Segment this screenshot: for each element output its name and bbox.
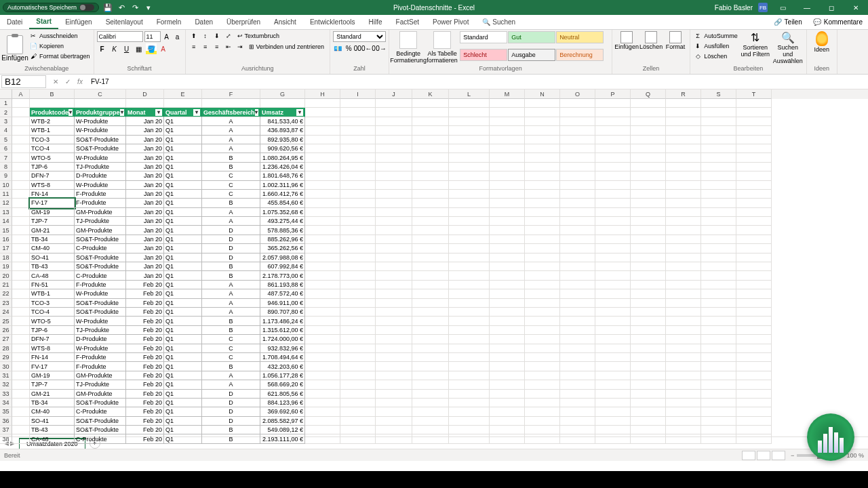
cell[interactable] xyxy=(490,153,525,162)
cell[interactable] xyxy=(376,399,412,407)
cell[interactable] xyxy=(525,226,560,235)
cell[interactable] xyxy=(736,362,772,371)
align-top-button[interactable]: ⬆ xyxy=(189,31,199,41)
cell[interactable] xyxy=(595,208,631,217)
cell[interactable] xyxy=(525,380,560,389)
cell[interactable]: 1.173.486,24 € xyxy=(260,317,305,325)
cell[interactable]: SO&T-Produkte xyxy=(75,426,126,434)
cell[interactable] xyxy=(340,181,376,190)
cell[interactable] xyxy=(631,244,666,253)
cell[interactable] xyxy=(12,262,30,271)
cell[interactable] xyxy=(305,299,340,308)
cell[interactable] xyxy=(595,262,631,271)
cell[interactable] xyxy=(525,108,560,117)
cell[interactable] xyxy=(525,344,560,353)
cell[interactable]: B xyxy=(202,362,260,371)
cell[interactable] xyxy=(490,362,525,371)
cell[interactable] xyxy=(376,390,412,399)
cell[interactable] xyxy=(340,235,376,244)
cell[interactable] xyxy=(666,126,701,135)
cell[interactable] xyxy=(490,262,525,271)
cell[interactable]: TCO-4 xyxy=(30,308,75,317)
font-color-button[interactable]: A xyxy=(158,43,169,54)
cell[interactable] xyxy=(376,407,412,416)
cell[interactable] xyxy=(631,407,666,416)
col-header-P[interactable]: P xyxy=(595,89,631,99)
save-icon[interactable]: 💾 xyxy=(103,3,113,12)
cell[interactable] xyxy=(631,434,666,443)
cell[interactable]: 369.692,60 € xyxy=(260,407,305,416)
row-header[interactable]: 2 xyxy=(0,108,12,117)
cell[interactable] xyxy=(340,244,376,253)
cell[interactable] xyxy=(736,407,772,416)
align-middle-button[interactable]: ↕ xyxy=(200,31,211,41)
cell[interactable] xyxy=(376,281,412,289)
cell[interactable]: Feb 20 xyxy=(126,335,164,344)
style-gut[interactable]: Gut xyxy=(508,31,555,43)
cell[interactable] xyxy=(490,390,525,399)
cell[interactable] xyxy=(12,281,30,289)
col-header-L[interactable]: L xyxy=(449,89,490,99)
tab-einfuegen[interactable]: Einfügen xyxy=(58,15,98,29)
view-pagebreak-button[interactable] xyxy=(772,451,785,460)
cell[interactable] xyxy=(701,281,736,289)
cell[interactable] xyxy=(736,344,772,353)
cell[interactable]: GM-19 xyxy=(30,208,75,217)
cell[interactable]: Feb 20 xyxy=(126,380,164,389)
cell[interactable]: W-Produkte xyxy=(75,344,126,353)
cell[interactable]: Q1 xyxy=(164,326,202,335)
spreadsheet-grid[interactable]: 1234567891011121314151617181920212223242… xyxy=(0,89,868,436)
cell[interactable] xyxy=(560,281,595,289)
cell[interactable] xyxy=(736,399,772,407)
cell[interactable] xyxy=(340,308,376,317)
cell[interactable] xyxy=(525,326,560,335)
cell[interactable]: TB-43 xyxy=(30,426,75,434)
cell[interactable]: CA-48 xyxy=(30,271,75,280)
cell[interactable]: A xyxy=(202,289,260,298)
cell[interactable] xyxy=(595,235,631,244)
cell[interactable] xyxy=(412,271,449,280)
cell[interactable] xyxy=(701,399,736,407)
col-header-C[interactable]: C xyxy=(75,89,126,99)
cell[interactable]: TJP-7 xyxy=(30,380,75,389)
cell[interactable] xyxy=(12,190,30,199)
row-header[interactable]: 35 xyxy=(0,407,12,416)
cell[interactable] xyxy=(701,163,736,171)
cell[interactable] xyxy=(736,171,772,180)
cell[interactable] xyxy=(525,371,560,380)
name-box[interactable] xyxy=(1,75,46,88)
cell[interactable] xyxy=(666,199,701,207)
row-header[interactable]: 33 xyxy=(0,390,12,399)
cell[interactable]: Q1 xyxy=(164,380,202,389)
cell[interactable] xyxy=(560,126,595,135)
cell[interactable]: 1.708.494,64 € xyxy=(260,353,305,362)
cell[interactable] xyxy=(412,136,449,144)
cell[interactable] xyxy=(736,117,772,126)
cell[interactable] xyxy=(560,317,595,325)
cell[interactable]: Jan 20 xyxy=(126,217,164,226)
cell[interactable] xyxy=(525,262,560,271)
row-header[interactable]: 36 xyxy=(0,417,12,426)
cell[interactable] xyxy=(560,117,595,126)
cell[interactable] xyxy=(736,317,772,325)
cell[interactable]: 365.262,56 € xyxy=(260,244,305,253)
cell[interactable] xyxy=(666,308,701,317)
cell[interactable]: TJ-Produkte xyxy=(75,217,126,226)
cell[interactable] xyxy=(490,299,525,308)
cell[interactable] xyxy=(449,417,490,426)
cell[interactable]: 1.056.177,28 € xyxy=(260,371,305,380)
cell[interactable] xyxy=(340,353,376,362)
cell[interactable]: D xyxy=(202,390,260,399)
cell[interactable]: C-Produkte xyxy=(75,271,126,280)
cell[interactable]: Jan 20 xyxy=(126,244,164,253)
cell[interactable] xyxy=(12,99,30,108)
cell[interactable] xyxy=(666,317,701,325)
cell[interactable]: GM-Produkte xyxy=(75,390,126,399)
cell[interactable] xyxy=(525,244,560,253)
cell[interactable] xyxy=(595,281,631,289)
cell[interactable] xyxy=(305,426,340,434)
cell[interactable]: Q1 xyxy=(164,181,202,190)
cell[interactable] xyxy=(560,353,595,362)
cell[interactable]: Feb 20 xyxy=(126,326,164,335)
cell[interactable]: 607.992,84 € xyxy=(260,262,305,271)
